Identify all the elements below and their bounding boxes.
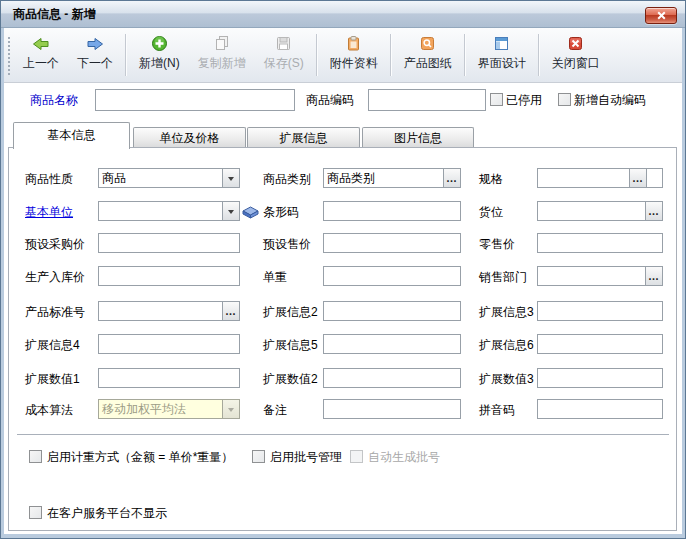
ellipsis-button[interactable]: … <box>645 267 662 285</box>
close-window-button[interactable]: 关闭窗口 <box>543 28 609 82</box>
tab-unit-price[interactable]: 单位及价格 <box>133 127 246 148</box>
add-icon <box>151 34 168 53</box>
titlebar-close-button[interactable] <box>645 7 677 24</box>
new-button[interactable]: 新增(N) <box>130 28 189 82</box>
ext-info-5-label: 扩展信息5 <box>263 334 318 356</box>
ext-value-2-label: 扩展数值2 <box>263 368 318 390</box>
batch-mode-checkbox-label: 启用批号管理 <box>270 446 342 468</box>
ext-value-1-label: 扩展数值1 <box>25 368 80 390</box>
ext-info-6-label: 扩展信息6 <box>479 334 534 356</box>
ext-info-3-input[interactable] <box>538 302 662 320</box>
specification-extra-box[interactable] <box>646 169 662 187</box>
default-purchase-price-input[interactable] <box>99 234 239 252</box>
ext-info-6-field[interactable] <box>537 334 663 354</box>
storage-location-field[interactable]: … <box>537 201 663 221</box>
autocode-checkbox-label: 新增自动编码 <box>574 89 646 111</box>
ext-info-3-field[interactable] <box>537 301 663 321</box>
default-sale-price-field[interactable] <box>323 233 461 253</box>
ext-info-5-field[interactable] <box>323 334 461 354</box>
ext-info-6-input[interactable] <box>538 335 662 353</box>
cost-algorithm-value: 移动加权平均法 <box>99 400 222 418</box>
autocode-checkbox[interactable] <box>558 93 571 106</box>
unit-weight-input[interactable] <box>324 267 460 285</box>
product-name-input[interactable] <box>95 89 295 111</box>
new-button-label: 新增(N) <box>139 55 180 72</box>
ext-value-3-label: 扩展数值3 <box>479 368 534 390</box>
ext-info-5-input[interactable] <box>324 335 460 353</box>
specification-input[interactable] <box>538 169 629 187</box>
remark-label: 备注 <box>263 399 287 421</box>
close-window-button-label: 关闭窗口 <box>552 55 600 72</box>
tab-basic-info[interactable]: 基本信息 <box>13 122 130 149</box>
default-purchase-price-field[interactable] <box>98 233 240 253</box>
specification-field[interactable]: … <box>537 168 663 188</box>
sales-department-field[interactable]: … <box>537 266 663 286</box>
chevron-down-icon <box>228 210 234 217</box>
default-sale-price-input[interactable] <box>324 234 460 252</box>
product-category-field[interactable]: … <box>323 168 461 188</box>
attachment-button[interactable]: 附件资料 <box>321 28 387 82</box>
stopped-checkbox[interactable] <box>490 93 503 106</box>
product-drawing-button[interactable]: 产品图纸 <box>395 28 461 82</box>
remark-field[interactable] <box>323 399 461 419</box>
ext-value-3-field[interactable] <box>537 368 663 388</box>
storage-location-label: 货位 <box>479 201 503 223</box>
dropdown-button[interactable] <box>222 202 239 220</box>
save-icon <box>275 34 292 53</box>
storage-location-input[interactable] <box>538 202 645 220</box>
product-code-input[interactable] <box>368 89 486 111</box>
next-button[interactable]: 下一个 <box>68 28 122 82</box>
ext-value-3-input[interactable] <box>538 369 662 387</box>
ext-info-2-field[interactable] <box>323 301 461 321</box>
tab-image-info[interactable]: 图片信息 <box>362 127 474 148</box>
ellipsis-button[interactable]: … <box>443 169 460 187</box>
window-title: 商品信息 - 新增 <box>13 1 96 27</box>
ellipsis-button[interactable]: … <box>222 302 239 320</box>
ext-value-1-field[interactable] <box>98 368 240 388</box>
pinyin-code-field[interactable] <box>537 399 663 419</box>
ext-value-2-input[interactable] <box>324 369 460 387</box>
default-purchase-price-label: 预设采购价 <box>25 233 85 255</box>
hide-on-platform-checkbox[interactable] <box>29 506 42 519</box>
product-standard-no-field[interactable]: … <box>98 301 240 321</box>
toolbar-grip-handle[interactable] <box>6 35 11 75</box>
product-nature-label: 商品性质 <box>25 168 73 190</box>
pinyin-code-input[interactable] <box>538 400 662 418</box>
tab-ext-info[interactable]: 扩展信息 <box>247 127 360 148</box>
product-nature-combo[interactable]: 商品 <box>98 168 240 188</box>
product-category-input[interactable] <box>324 169 443 187</box>
product-code-label: 商品编码 <box>306 89 354 111</box>
client-area: 商品名称 商品编码 已停用 新增自动编码 基本信息 单位及价格 扩展信息 图片信… <box>4 83 682 534</box>
cost-algorithm-label: 成本算法 <box>25 399 73 421</box>
base-unit-link-label[interactable]: 基本单位 <box>25 201 73 223</box>
copy-icon <box>213 34 230 53</box>
ext-info-4-field[interactable] <box>98 334 240 354</box>
sales-department-input[interactable] <box>538 267 645 285</box>
product-info-window: 商品信息 - 新增 上一个 下一个 新增(N) <box>0 0 686 539</box>
batch-mode-checkbox[interactable] <box>252 450 265 463</box>
ext-info-4-input[interactable] <box>99 335 239 353</box>
ellipsis-button[interactable]: … <box>645 202 662 220</box>
auto-batch-checkbox <box>350 450 363 463</box>
production-price-field[interactable] <box>98 266 240 286</box>
prev-button[interactable]: 上一个 <box>14 28 68 82</box>
retail-price-input[interactable] <box>538 234 662 252</box>
ellipsis-button[interactable]: … <box>629 169 646 187</box>
ui-design-button[interactable]: 界面设计 <box>469 28 535 82</box>
ext-value-2-field[interactable] <box>323 368 461 388</box>
dropdown-button[interactable] <box>222 169 239 187</box>
ext-info-4-label: 扩展信息4 <box>25 334 80 356</box>
base-unit-combo[interactable] <box>98 201 240 221</box>
remark-input[interactable] <box>324 400 460 418</box>
product-standard-no-input[interactable] <box>99 302 222 320</box>
barcode-field[interactable] <box>323 201 461 221</box>
titlebar: 商品信息 - 新增 <box>1 1 685 28</box>
ext-info-2-input[interactable] <box>324 302 460 320</box>
unit-weight-field[interactable] <box>323 266 461 286</box>
weight-mode-checkbox[interactable] <box>29 450 42 463</box>
ellipsis-icon: … <box>446 173 458 183</box>
production-price-input[interactable] <box>99 267 239 285</box>
ext-value-1-input[interactable] <box>99 369 239 387</box>
retail-price-field[interactable] <box>537 233 663 253</box>
barcode-input[interactable] <box>324 202 460 220</box>
